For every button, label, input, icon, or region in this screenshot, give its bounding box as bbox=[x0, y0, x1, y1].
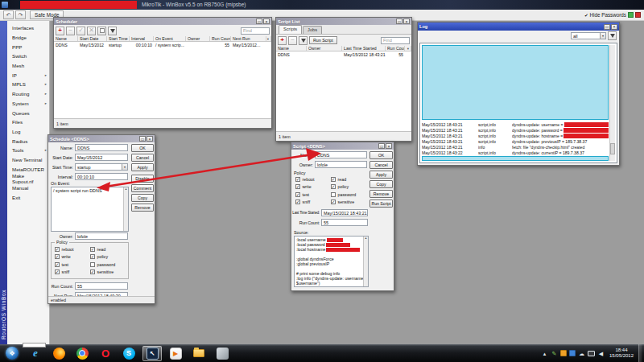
title-bar[interactable]: Script List □ × bbox=[276, 18, 411, 25]
column-header[interactable]: Name bbox=[54, 36, 78, 41]
taskbar-start-button[interactable]: ❖ bbox=[2, 346, 22, 361]
textarea-scrollbar[interactable]: ▲ bbox=[363, 237, 368, 286]
last-time-started-field[interactable]: May/15/2012 18:43:21 bbox=[321, 209, 368, 216]
column-header[interactable]: Start Time bbox=[107, 36, 130, 41]
minimize-button[interactable]: □ bbox=[604, 24, 610, 30]
add-button[interactable]: + bbox=[278, 36, 287, 45]
log-row[interactable]: May/15/2012 18:43:22script,infodyndns-up… bbox=[422, 150, 609, 155]
run-script-button[interactable]: Run Script bbox=[309, 36, 337, 44]
log-selection-block[interactable] bbox=[422, 45, 609, 120]
speaker-icon[interactable]: ◀ bbox=[597, 350, 605, 357]
filter-button[interactable] bbox=[608, 31, 617, 40]
policy-checkbox-sniff[interactable]: ✓sniff bbox=[55, 269, 90, 275]
close-button[interactable]: × bbox=[403, 19, 410, 24]
undo-button[interactable]: ↶ bbox=[3, 10, 14, 19]
table-row[interactable]: DDNSMay/15/2012 18:43:2155 bbox=[276, 51, 411, 57]
policy-checkbox-policy[interactable]: ✓policy bbox=[90, 254, 126, 260]
taskbar-internet-explorer-button[interactable]: e bbox=[26, 346, 45, 361]
title-bar[interactable]: Scheduler □ × bbox=[54, 18, 271, 25]
name-field[interactable]: DDNS bbox=[75, 144, 128, 151]
taskbar-graphics-app-button[interactable] bbox=[213, 346, 232, 361]
column-header[interactable]: Interval bbox=[130, 36, 154, 41]
sidebar-item-mpls[interactable]: MPLS▸ bbox=[7, 80, 49, 89]
log-row[interactable]: May/15/2012 18:43:21script,infodyndns-up… bbox=[422, 121, 609, 127]
cancel-button[interactable]: Cancel bbox=[369, 161, 393, 169]
column-header[interactable]: Start Date bbox=[78, 36, 107, 41]
taskbar-chrome-button[interactable] bbox=[72, 346, 92, 361]
taskbar-opera-button[interactable]: O bbox=[96, 346, 115, 361]
blue-tray-icon[interactable] bbox=[569, 350, 576, 356]
find-input[interactable] bbox=[381, 37, 410, 44]
table-row[interactable]: DDNSMay/15/2012startup00:10:10/ system s… bbox=[54, 42, 271, 47]
policy-checkbox-test[interactable]: ✓test bbox=[55, 261, 90, 267]
cloud-tray-icon[interactable]: ☁ bbox=[578, 350, 585, 357]
copy-button[interactable]: Copy bbox=[369, 180, 393, 188]
enable-button[interactable]: ✓ bbox=[76, 27, 85, 35]
remove-button[interactable]: Remove bbox=[131, 204, 154, 212]
sidebar-item-manual[interactable]: Manual bbox=[7, 183, 49, 193]
scheduler-list-area[interactable] bbox=[54, 47, 271, 118]
sidebar-item-ppp[interactable]: PPP bbox=[7, 42, 49, 51]
title-bar[interactable]: Schedule <DDNS> □ × bbox=[48, 135, 155, 142]
orange-tray-icon[interactable] bbox=[560, 350, 567, 356]
title-bar[interactable]: Log □ × bbox=[418, 23, 619, 31]
sidebar-item-tools[interactable]: Tools▸ bbox=[7, 146, 49, 155]
column-header[interactable]: Run Count bbox=[386, 46, 405, 51]
taskbar-media-player-button[interactable]: ▶ bbox=[166, 346, 185, 361]
policy-checkbox-sniff[interactable]: ✓sniff bbox=[295, 200, 331, 205]
taskbar-firefox-button[interactable] bbox=[49, 346, 68, 361]
log-row[interactable]: May/15/2012 18:43:21script,infodyndns-up… bbox=[422, 133, 609, 138]
sidebar-item-new-terminal[interactable]: New Terminal bbox=[7, 155, 49, 165]
column-header[interactable]: Owner bbox=[307, 46, 342, 51]
tab-jobs[interactable]: Jobs bbox=[303, 26, 322, 34]
interval-field[interactable]: 00:10:10 bbox=[75, 173, 128, 180]
run-count-field[interactable]: 55 bbox=[321, 219, 368, 226]
sidebar-item-bridge[interactable]: Bridge bbox=[7, 33, 49, 43]
apply-button[interactable]: Apply bbox=[369, 171, 393, 179]
textarea-scrollbar[interactable]: ▲ bbox=[123, 187, 128, 231]
column-header[interactable]: Name bbox=[276, 46, 307, 51]
minimize-button[interactable]: □ bbox=[396, 19, 402, 24]
column-header[interactable]: On Event bbox=[154, 36, 186, 41]
policy-checkbox-reboot[interactable]: ✓reboot bbox=[295, 176, 331, 182]
log-filter-select[interactable]: all ▾ bbox=[571, 32, 606, 39]
chevron-down-icon[interactable]: ▾ bbox=[122, 164, 127, 170]
taskbar-clock[interactable]: 18:44 15/05/2012 bbox=[609, 348, 634, 359]
filter-button[interactable] bbox=[108, 27, 117, 35]
policy-checkbox-password[interactable]: password bbox=[90, 261, 126, 267]
tab-scripts[interactable]: Scripts bbox=[279, 25, 302, 34]
ok-button[interactable]: OK bbox=[369, 151, 393, 159]
policy-checkbox-policy[interactable]: ✓policy bbox=[331, 184, 366, 190]
ok-button[interactable]: OK bbox=[131, 144, 154, 152]
minimize-button[interactable]: □ bbox=[139, 136, 146, 142]
script-list-area[interactable] bbox=[276, 57, 411, 131]
close-button[interactable]: × bbox=[263, 19, 270, 24]
sidebar-item-ip[interactable]: IP▸ bbox=[7, 70, 49, 80]
policy-checkbox-write[interactable]: ✓write bbox=[295, 184, 331, 190]
network-tray-icon[interactable] bbox=[588, 351, 595, 356]
policy-checkbox-read[interactable]: ✓read bbox=[331, 176, 366, 182]
log-row[interactable]: May/15/2012 18:43:21infofetch: file "dyn… bbox=[422, 144, 609, 150]
owner-field[interactable]: lofole bbox=[315, 161, 367, 168]
apply-button[interactable]: Apply bbox=[131, 163, 154, 171]
remove-button[interactable]: Remove bbox=[369, 190, 393, 198]
disable-button[interactable]: Disable bbox=[131, 175, 154, 183]
policy-checkbox-sensitive[interactable]: ✓sensitive bbox=[331, 200, 366, 205]
sidebar-item-radius[interactable]: Radius bbox=[7, 136, 49, 146]
sidebar-item-switch[interactable]: Switch bbox=[7, 51, 49, 61]
taskbar-skype-button[interactable]: S bbox=[119, 346, 138, 361]
sidebar-item-routing[interactable]: Routing▸ bbox=[7, 89, 49, 99]
column-header[interactable]: Run Count bbox=[210, 36, 231, 41]
policy-checkbox-reboot[interactable]: ✓reboot bbox=[55, 246, 90, 252]
sidebar-item-interfaces[interactable]: Interfaces bbox=[7, 23, 49, 33]
log-list-area[interactable]: May/15/2012 18:43:21script,infodyndns-up… bbox=[419, 43, 617, 163]
close-button[interactable]: × bbox=[147, 136, 153, 142]
run-count-field[interactable]: 55 bbox=[75, 282, 128, 290]
log-selected-row[interactable] bbox=[422, 156, 609, 161]
sidebar-item-queues[interactable]: Queues bbox=[7, 108, 49, 117]
policy-checkbox-test[interactable]: ✓test bbox=[295, 191, 331, 197]
on-event-textarea[interactable]: / system script run DDNS ▲ bbox=[51, 187, 129, 232]
name-field[interactable]: DDNS bbox=[315, 151, 367, 158]
column-header[interactable]: Next Run bbox=[231, 36, 266, 41]
sidebar-item-system[interactable]: System▸ bbox=[7, 99, 49, 109]
